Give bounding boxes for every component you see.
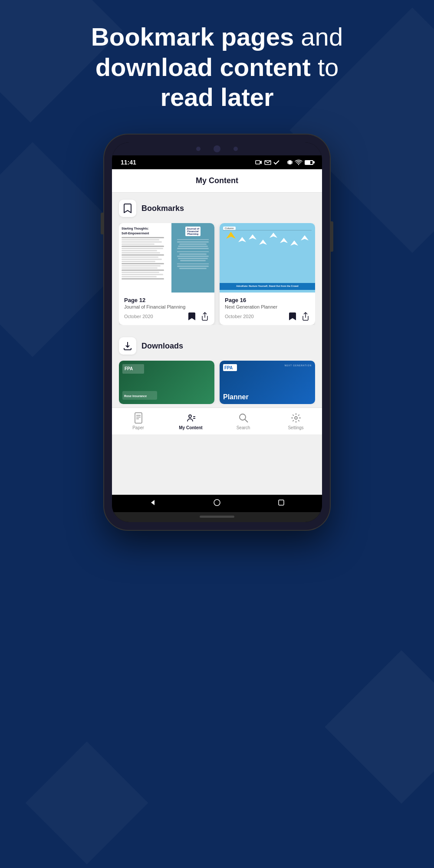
card-1-actions (187, 312, 209, 321)
nav-item-search[interactable]: Search (217, 412, 270, 430)
card-2-footer: October 2020 (225, 312, 310, 321)
svg-text:FPA: FPA (125, 366, 133, 371)
planner-title: Planner (223, 394, 312, 401)
home-bar-pill (200, 516, 234, 518)
downloads-cards-row: FPA Rose Insurance (119, 361, 315, 404)
bookmark-card-1[interactable]: Starting Thoughts:Self-Empowerment (119, 223, 214, 325)
svg-marker-22 (151, 500, 155, 505)
camera-lens (214, 145, 220, 152)
paper-planes-group (220, 232, 315, 246)
journal-left-content: Starting Thoughts:Self-Empowerment (119, 223, 171, 293)
bookmarks-cards-row: Starting Thoughts:Self-Empowerment (119, 223, 315, 325)
plane-1 (238, 237, 246, 242)
hero-title-light1: and (294, 23, 343, 51)
app-screen: My Content Bookmarks (112, 169, 322, 495)
nav-item-my-content[interactable]: My Content (164, 412, 217, 430)
share-action-icon-1[interactable] (201, 312, 209, 321)
svg-line-20 (245, 420, 248, 423)
hero-title-bold2: download content (95, 53, 311, 81)
vibrate-icon (287, 159, 293, 165)
bookmark-action-icon-1[interactable] (187, 312, 196, 321)
camera-dot-right (233, 147, 238, 151)
status-time: 11:41 (121, 159, 136, 166)
download-card-1-partner-logo: FPA (122, 364, 144, 374)
advokate-text-overlay: AdvoKate: Nurture Yourself, Stand Out fr… (220, 283, 315, 290)
nav-item-settings[interactable]: Settings (270, 412, 322, 430)
settings-nav-label: Settings (288, 425, 303, 430)
svg-text:Rose Insurance: Rose Insurance (124, 395, 147, 398)
card-1-body: Page 12 Journal of Financial Planning Oc… (119, 293, 214, 325)
downloads-section: Downloads FPA (112, 332, 322, 408)
bookmark-card-2[interactable]: Column (220, 223, 315, 325)
card-1-image: Starting Thoughts:Self-Empowerment (119, 223, 214, 293)
download-card-1[interactable]: FPA Rose Insurance (119, 361, 214, 404)
card-1-source: Journal of Financial Planning (124, 304, 209, 309)
app-header-title: My Content (196, 176, 238, 185)
planner-label-top: NEXT GENERATION (285, 364, 312, 367)
card-2-date: October 2020 (225, 314, 254, 319)
check-icon (273, 160, 279, 165)
home-button[interactable] (213, 498, 221, 507)
bookmark-icon (124, 204, 132, 213)
phone-outer-frame: 11:41 (104, 135, 330, 530)
home-bar (112, 512, 322, 522)
downloads-section-title: Downloads (141, 342, 183, 351)
search-nav-icon (238, 412, 249, 424)
svg-point-23 (214, 500, 220, 506)
paper-nav-label: Paper (132, 425, 144, 430)
svg-rect-24 (279, 500, 284, 505)
mail-icon (264, 160, 271, 165)
plane-7 (301, 235, 309, 240)
bookmark-action-icon-2[interactable] (288, 312, 297, 321)
plane-6 (290, 240, 298, 246)
partner-logo-area: Rose Insurance (122, 391, 211, 400)
settings-nav-icon (290, 412, 302, 424)
bookmarks-section: Bookmarks Starting Thoughts:Self-Empower… (112, 193, 322, 329)
card-2-actions (288, 312, 310, 321)
svg-text:FPA: FPA (224, 365, 233, 370)
content-nav-label: My Content (179, 425, 202, 430)
bookmarks-section-header: Bookmarks (119, 200, 315, 217)
card-2-body: Page 16 Next Generation Planner October … (220, 293, 315, 325)
recents-button[interactable] (277, 498, 286, 507)
phone-camera-area (112, 142, 322, 155)
plane-2 (249, 234, 256, 240)
svg-point-19 (240, 414, 246, 420)
camera-dot-left (196, 147, 201, 151)
plane-4 (270, 233, 277, 238)
plane-5 (280, 238, 288, 243)
svg-rect-12 (135, 413, 142, 423)
media-icon (255, 160, 262, 165)
search-nav-label: Search (237, 425, 250, 430)
svg-rect-0 (256, 161, 260, 164)
svg-point-21 (295, 417, 297, 419)
card-2-page: Page 16 (225, 297, 310, 303)
bottom-navigation: Paper My Content (112, 408, 322, 434)
svg-point-6 (298, 164, 299, 165)
advokate-image: Column (220, 223, 315, 293)
app-content: Bookmarks Starting Thoughts:Self-Empower… (112, 193, 322, 408)
hero-title-light2: to (311, 53, 339, 81)
card-1-page: Page 12 (124, 297, 209, 303)
content-nav-icon (185, 412, 197, 424)
phone-screen: 11:41 (112, 142, 322, 522)
back-button[interactable] (148, 498, 157, 507)
phone-device: 11:41 (104, 135, 330, 530)
hero-section: Bookmark pages and download content to r… (0, 13, 434, 121)
battery-icon (305, 160, 313, 165)
nav-item-paper[interactable]: Paper (112, 412, 164, 430)
svg-point-16 (189, 415, 191, 418)
phone-system-nav (112, 495, 322, 512)
hero-title-line3: read later (160, 83, 273, 111)
download-card-2[interactable]: FPA NEXT GENERATION Planner (220, 361, 315, 404)
hero-title-bold1: Bookmark pages (91, 23, 294, 51)
bookmarks-section-title: Bookmarks (141, 204, 184, 213)
journal-right-content: Journal ofFinancialPlanning (171, 223, 214, 293)
column-label: Column (223, 227, 236, 230)
paper-nav-icon (133, 412, 144, 424)
share-action-icon-2[interactable] (301, 312, 310, 321)
status-bar: 11:41 (112, 155, 322, 169)
plane-3 (259, 240, 267, 245)
card-1-footer: October 2020 (124, 312, 209, 321)
advokate-title: AdvoKate: Nurture Yourself, Stand Out fr… (236, 285, 298, 287)
